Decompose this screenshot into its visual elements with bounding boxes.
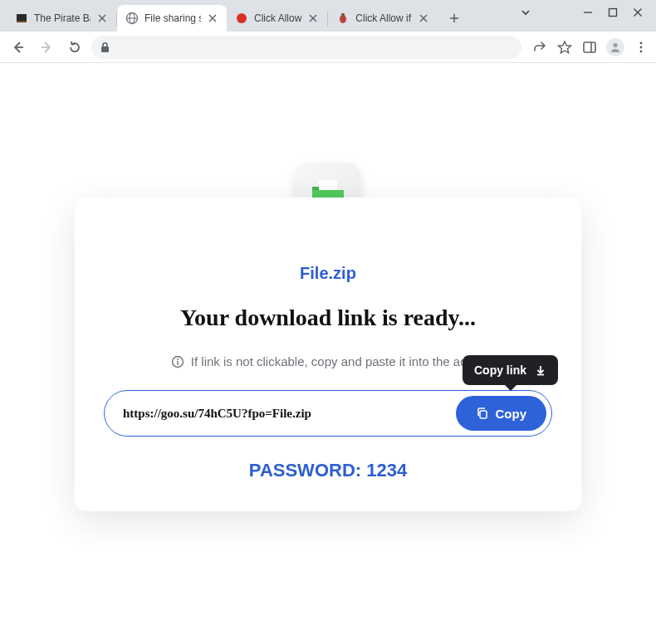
tab-title: Click Allow if y xyxy=(355,12,412,24)
svg-rect-37 xyxy=(319,180,337,192)
svg-rect-1 xyxy=(17,21,27,22)
chevron-down-icon[interactable] xyxy=(520,7,531,18)
svg-rect-40 xyxy=(177,361,178,365)
copy-button[interactable]: Copy xyxy=(456,396,547,431)
close-icon[interactable] xyxy=(96,12,108,24)
browser-toolbar xyxy=(0,32,656,63)
page-content: PC risk.com File.zip Your download link … xyxy=(0,63,656,644)
red-dot-icon xyxy=(235,12,248,25)
svg-rect-41 xyxy=(480,411,487,418)
download-arrow-icon xyxy=(535,364,546,376)
svg-rect-26 xyxy=(584,42,595,52)
close-icon[interactable] xyxy=(418,12,429,24)
svg-point-39 xyxy=(177,359,179,360)
svg-rect-0 xyxy=(17,14,27,21)
tab-click-allow-1[interactable]: Click Allow xyxy=(227,5,327,32)
svg-rect-19 xyxy=(609,9,617,17)
new-tab-button[interactable] xyxy=(443,7,466,30)
download-card: File.zip Your download link is ready... … xyxy=(75,198,581,511)
tab-file-sharing[interactable]: File sharing se xyxy=(117,5,227,32)
svg-point-9 xyxy=(237,13,247,23)
tab-pirate-bay[interactable]: The Pirate Bay xyxy=(7,5,116,32)
copy-tooltip: Copy link xyxy=(463,355,558,385)
close-icon[interactable] xyxy=(207,12,218,24)
svg-point-28 xyxy=(613,42,617,46)
info-icon xyxy=(171,355,184,368)
bookmark-icon[interactable] xyxy=(556,39,573,56)
bug-icon xyxy=(336,12,350,25)
minimize-button[interactable] xyxy=(583,7,593,17)
profile-avatar[interactable] xyxy=(606,38,624,56)
tab-title: Click Allow xyxy=(254,12,301,24)
tab-title: File sharing se xyxy=(144,12,201,24)
tab-click-allow-2[interactable]: Click Allow if y xyxy=(328,5,438,32)
svg-point-13 xyxy=(341,13,345,17)
lock-icon xyxy=(100,41,110,53)
maximize-button[interactable] xyxy=(608,7,618,17)
tab-title: The Pirate Bay xyxy=(34,12,91,24)
password-label: PASSWORD: 1234 xyxy=(104,460,552,481)
side-panel-icon[interactable] xyxy=(581,39,598,56)
close-icon[interactable] xyxy=(307,12,319,24)
copy-icon xyxy=(476,407,489,420)
file-name: File.zip xyxy=(104,264,552,283)
menu-icon[interactable] xyxy=(633,39,649,56)
reload-button[interactable] xyxy=(63,36,86,59)
forward-button[interactable] xyxy=(35,36,58,59)
svg-point-29 xyxy=(640,41,643,44)
svg-point-30 xyxy=(640,46,643,48)
svg-rect-24 xyxy=(101,46,109,52)
share-icon[interactable] xyxy=(531,39,548,56)
ship-icon xyxy=(15,12,28,25)
download-link[interactable]: https://goo.su/74hC5U?fpo=File.zip xyxy=(123,407,446,421)
link-row: https://goo.su/74hC5U?fpo=File.zip Copy xyxy=(104,390,552,437)
address-bar[interactable] xyxy=(91,36,521,59)
window-controls xyxy=(570,0,656,25)
globe-icon xyxy=(125,12,139,25)
card-heading: Your download link is ready... xyxy=(104,305,552,331)
browser-titlebar: The Pirate Bay File sharing se Click All… xyxy=(0,0,656,32)
svg-marker-25 xyxy=(559,41,571,53)
back-button[interactable] xyxy=(7,36,30,59)
svg-point-31 xyxy=(640,50,643,52)
close-window-button[interactable] xyxy=(633,7,643,17)
